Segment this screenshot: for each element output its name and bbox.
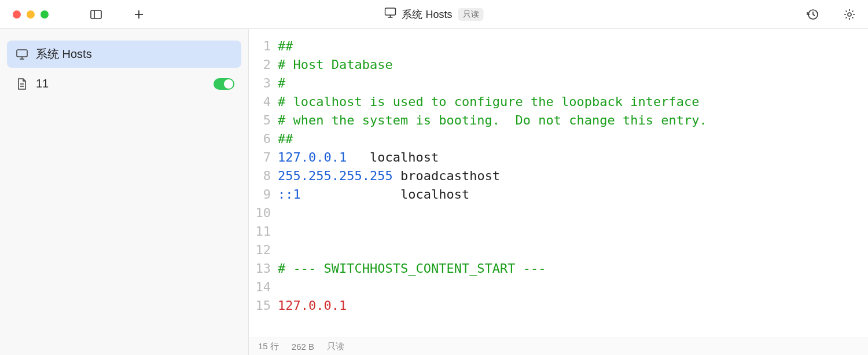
window-title-text: 系统 Hosts xyxy=(402,8,452,21)
code-line: 127.0.0.1 xyxy=(278,297,868,315)
code-line: ## xyxy=(278,37,868,56)
code-line: 127.0.0.1 localhost xyxy=(278,148,868,167)
svg-point-8 xyxy=(848,13,851,16)
sidebar-item-1[interactable]: 11 xyxy=(7,71,241,96)
line-gutter: 123456789101112131415 xyxy=(249,37,278,338)
sidebar-item-label: 系统 Hosts xyxy=(36,46,92,62)
status-mode: 只读 xyxy=(327,341,344,352)
window-controls xyxy=(0,10,49,19)
sidebar-item-label: 11 xyxy=(36,77,49,90)
history-icon[interactable] xyxy=(806,8,819,21)
add-button[interactable] xyxy=(132,8,146,21)
titlebar: 系统 Hosts 只读 xyxy=(0,0,868,29)
code-line xyxy=(278,204,868,222)
status-size: 262 B xyxy=(292,342,314,352)
code-line xyxy=(278,222,868,241)
code-content: ### Host Database## localhost is used to… xyxy=(278,37,868,338)
sidebar: 系统 Hosts11 xyxy=(0,29,249,355)
code-line xyxy=(278,241,868,259)
minimize-window-button[interactable] xyxy=(27,10,35,19)
code-line: ## xyxy=(278,130,868,148)
status-lines: 15 行 xyxy=(258,341,279,352)
code-line: # when the system is booting. Do not cha… xyxy=(278,111,868,130)
sidebar-item-0[interactable]: 系统 Hosts xyxy=(7,41,241,68)
status-bar: 15 行 262 B 只读 xyxy=(249,338,868,355)
code-line: # --- SWITCHHOSTS_CONTENT_START --- xyxy=(278,259,868,278)
svg-rect-0 xyxy=(91,10,101,19)
readonly-badge: 只读 xyxy=(458,8,484,21)
code-line: # xyxy=(278,74,868,93)
code-line: ::1 localhost xyxy=(278,185,868,204)
close-window-button[interactable] xyxy=(13,10,21,19)
window-title: 系统 Hosts 只读 xyxy=(384,8,483,21)
gear-icon[interactable] xyxy=(843,8,856,21)
file-icon xyxy=(16,78,28,90)
sidebar-toggle-icon[interactable] xyxy=(89,8,103,21)
code-line xyxy=(278,278,868,297)
code-editor[interactable]: 123456789101112131415 ### Host Database#… xyxy=(249,29,868,338)
monitor-icon xyxy=(384,8,396,21)
svg-rect-9 xyxy=(17,50,27,57)
sidebar-item-toggle[interactable] xyxy=(214,78,234,90)
zoom-window-button[interactable] xyxy=(41,10,49,19)
code-line: # localhost is used to configure the loo… xyxy=(278,93,868,111)
svg-rect-4 xyxy=(385,8,395,15)
monitor-icon xyxy=(16,49,28,60)
code-line: # Host Database xyxy=(278,56,868,74)
code-line: 255.255.255.255 broadcasthost xyxy=(278,167,868,185)
